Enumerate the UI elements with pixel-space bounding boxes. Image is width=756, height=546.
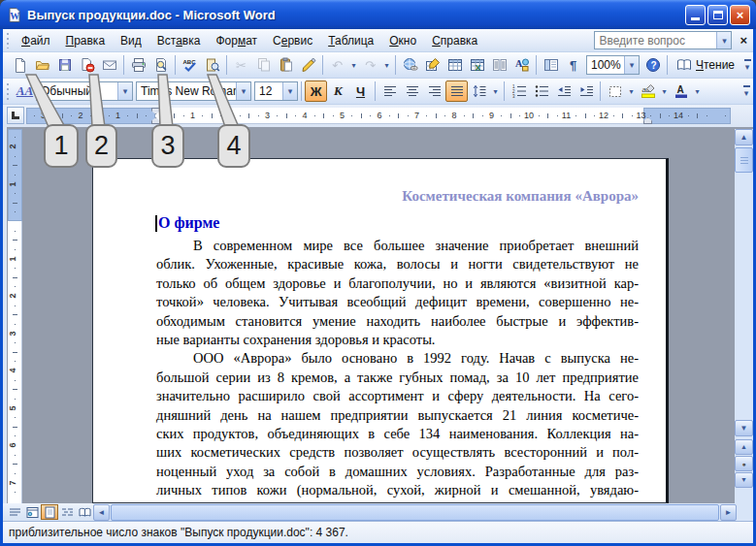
highlight-button[interactable]: ab: [637, 80, 659, 102]
redo-dropdown-icon[interactable]: ▾: [381, 54, 392, 76]
view-normal-button[interactable]: [6, 504, 23, 520]
font-color-dropdown-icon[interactable]: ▾: [692, 80, 703, 102]
show-hide-paragraph-button[interactable]: ¶: [562, 54, 584, 76]
copy-button[interactable]: [252, 54, 275, 76]
print-button[interactable]: [127, 54, 149, 76]
increase-indent-button[interactable]: [575, 80, 597, 102]
ask-question-input[interactable]: [595, 34, 716, 48]
menu-item-file[interactable]: Файл: [14, 31, 58, 50]
menu-item-format[interactable]: Формат: [208, 31, 265, 50]
zoom-dropdown-icon[interactable]: ▾: [624, 56, 639, 74]
undo-dropdown-icon[interactable]: ▾: [348, 54, 359, 76]
new-document-button[interactable]: [9, 54, 31, 76]
close-button[interactable]: ×: [730, 5, 750, 25]
format-painter-button[interactable]: [297, 54, 319, 76]
menu-item-window[interactable]: Окно: [381, 31, 424, 50]
font-dropdown-icon[interactable]: ▾: [236, 82, 250, 100]
svg-text:3: 3: [512, 94, 515, 99]
minimize-icon: [691, 17, 700, 20]
paste-button[interactable]: [275, 54, 297, 76]
italic-button[interactable]: К: [327, 80, 349, 102]
view-print-layout-button[interactable]: [41, 504, 58, 520]
previous-page-button[interactable]: ▲: [735, 439, 753, 455]
justify-button[interactable]: [445, 80, 468, 102]
insert-table-button[interactable]: [444, 54, 466, 76]
drawing-button[interactable]: A: [510, 54, 533, 76]
border-button[interactable]: [604, 80, 626, 102]
highlight-dropdown-icon[interactable]: ▾: [659, 80, 670, 102]
help-button[interactable]: ?: [641, 54, 664, 76]
redo-button[interactable]: ↷: [359, 54, 381, 76]
document-map-button[interactable]: [540, 54, 562, 76]
vertical-scroll-thumb[interactable]: [735, 147, 753, 173]
tables-and-borders-button[interactable]: [421, 54, 444, 76]
style-combo[interactable]: Обычный ▾: [36, 81, 133, 101]
columns-button[interactable]: [488, 54, 510, 76]
numbered-list-button[interactable]: 123: [508, 80, 530, 102]
menu-item-edit[interactable]: Правка: [58, 31, 114, 50]
insert-hyperlink-button[interactable]: [399, 54, 421, 76]
menu-item-help[interactable]: Справка: [424, 31, 485, 50]
menu-item-insert[interactable]: Вставка: [149, 31, 209, 50]
styles-and-formatting-button[interactable]: АА: [14, 80, 36, 102]
line-spacing-button[interactable]: [468, 80, 490, 102]
undo-button[interactable]: ↶: [326, 54, 348, 76]
scroll-left-button[interactable]: ◄: [93, 504, 110, 521]
spelling-button[interactable]: ABC: [179, 54, 201, 76]
save-button[interactable]: [53, 54, 76, 76]
vertical-scrollbar[interactable]: ▲ ▼ ▲ ● ▼: [735, 129, 753, 503]
print-preview-button[interactable]: [149, 54, 172, 76]
style-dropdown-icon[interactable]: ▾: [117, 82, 132, 100]
view-outline-button[interactable]: [58, 504, 76, 520]
excel-worksheet-icon: X: [470, 57, 485, 73]
document-page[interactable]: Косметическая компания «Аврора» О фирме …: [92, 158, 669, 503]
menu-item-tools[interactable]: Сервис: [265, 31, 320, 50]
scroll-right-button[interactable]: ►: [720, 504, 737, 521]
line-spacing-dropdown-icon[interactable]: ▾: [490, 80, 501, 102]
font-color-button[interactable]: А: [670, 80, 692, 102]
border-dropdown-icon[interactable]: ▾: [626, 80, 637, 102]
toolbar-drag-handle[interactable]: [6, 32, 11, 48]
align-right-button[interactable]: [423, 80, 445, 102]
next-page-button[interactable]: ▼: [735, 472, 753, 488]
font-size-combo[interactable]: 12 ▾: [254, 81, 298, 101]
insert-excel-button[interactable]: X: [466, 54, 488, 76]
scroll-down-button[interactable]: ▼: [735, 420, 753, 436]
menubar-close-icon[interactable]: ×: [740, 33, 747, 48]
view-reading-button[interactable]: [76, 504, 93, 520]
ask-question-box: ▾: [594, 31, 732, 49]
zoom-combo[interactable]: 100% ▾: [586, 55, 640, 75]
read-mode-button[interactable]: Чтение: [671, 54, 740, 76]
bold-button[interactable]: Ж: [305, 80, 327, 102]
menu-item-view[interactable]: Вид: [113, 31, 149, 50]
decrease-indent-button[interactable]: [552, 80, 575, 102]
question-dropdown-icon[interactable]: ▾: [716, 32, 731, 48]
menu-item-table[interactable]: Таблица: [320, 31, 381, 50]
normal-view-icon: [9, 506, 21, 519]
font-size-dropdown-icon[interactable]: ▾: [282, 82, 297, 100]
horizontal-scroll-track[interactable]: [110, 504, 720, 521]
title-bar[interactable]: W Выпуск продукции.doc - Microsoft Word …: [0, 0, 756, 29]
bullet-list-button[interactable]: [530, 80, 552, 102]
tab-selector-button[interactable]: [7, 107, 24, 124]
toolbar-options-button[interactable]: ▾: [740, 53, 754, 77]
font-combo[interactable]: Times New Roman ▾: [136, 81, 251, 101]
maximize-button[interactable]: [707, 5, 728, 25]
horizontal-scroll-thumb[interactable]: [111, 504, 719, 521]
select-browse-object-button[interactable]: ●: [735, 456, 753, 471]
view-web-layout-button[interactable]: [23, 504, 41, 520]
underline-button[interactable]: Ч: [349, 80, 372, 102]
email-button[interactable]: [98, 54, 120, 76]
cut-button[interactable]: ✂: [230, 54, 252, 76]
minimize-button[interactable]: [685, 5, 706, 25]
permission-button[interactable]: [76, 54, 98, 76]
hyperlink-globe-icon: [403, 57, 418, 73]
scroll-up-button[interactable]: ▲: [735, 129, 753, 145]
toolbar-options-button[interactable]: ▾: [740, 80, 753, 103]
research-button[interactable]: [201, 54, 223, 76]
cut-icon: ✂: [236, 59, 247, 72]
toolbar-drag-handle[interactable]: [6, 82, 11, 100]
open-button[interactable]: [31, 54, 53, 76]
align-center-button[interactable]: [401, 80, 423, 102]
align-left-button[interactable]: [378, 80, 401, 102]
